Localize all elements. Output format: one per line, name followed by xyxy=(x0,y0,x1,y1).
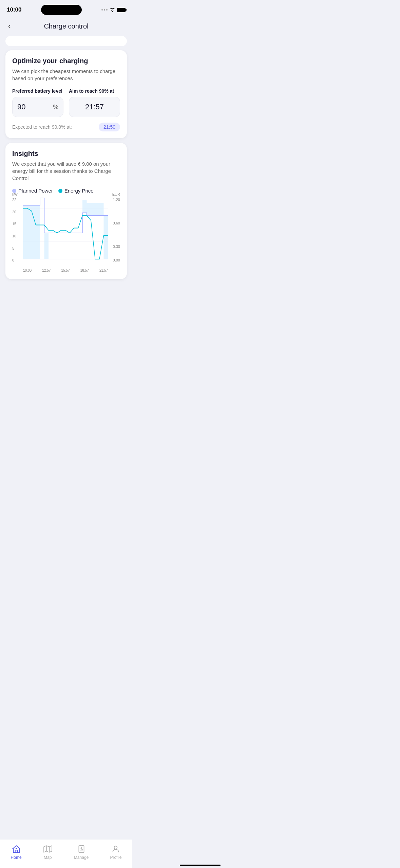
battery-level-label: Preferred battery level xyxy=(12,88,63,94)
energy-label: Energy Price xyxy=(64,188,94,194)
insights-title: Insights xyxy=(12,150,120,158)
battery-level-group: Preferred battery level 90 % xyxy=(12,88,63,117)
y-labels-right: 1.20 0.60 0.30 0.00 xyxy=(109,198,120,262)
energy-dot xyxy=(58,189,62,193)
wifi-icon xyxy=(109,7,115,12)
legend-planned: Planned Power xyxy=(12,188,53,194)
signal-icon xyxy=(101,9,108,11)
status-icons xyxy=(101,7,126,12)
fields-row: Preferred battery level 90 % Aim to reac… xyxy=(12,88,120,117)
legend-energy: Energy Price xyxy=(58,188,94,194)
expected-row: Expected to reach 90.0% at: 21:50 xyxy=(12,123,120,131)
expected-badge: 21:50 xyxy=(99,123,120,131)
optimize-title: Optimize your charging xyxy=(12,57,120,65)
axis-label-eur: EUR xyxy=(112,192,120,196)
chart-svg-wrapper xyxy=(23,198,108,262)
back-button[interactable]: ‹ xyxy=(7,20,12,32)
status-time: 10:00 xyxy=(7,6,21,13)
battery-unit: % xyxy=(53,104,58,111)
insights-subtitle: We expect that you will save € 9.00 on y… xyxy=(12,160,120,182)
status-bar: 10:00 xyxy=(0,0,132,17)
partial-card xyxy=(5,36,127,46)
insights-card: Insights We expect that you will save € … xyxy=(5,143,127,279)
header: ‹ Charge control xyxy=(0,17,132,36)
optimize-subtitle: We can pick the cheapest moments to char… xyxy=(12,68,120,82)
y-labels-left: 22 20 15 10 5 0 xyxy=(12,198,22,262)
x-labels: 10:00 12:57 15:57 18:57 21:57 xyxy=(23,269,108,272)
notch xyxy=(41,5,82,15)
optimize-card: Optimize your charging We can pick the c… xyxy=(5,50,127,138)
chart-container: kW EUR 22 20 15 10 5 0 1.20 0.60 0.30 0.… xyxy=(12,198,120,272)
aim-label: Aim to reach 90% at xyxy=(69,88,120,94)
expected-text: Expected to reach 90.0% at: xyxy=(12,124,72,130)
chart-legend: Planned Power Energy Price xyxy=(12,188,120,194)
aim-time-group: Aim to reach 90% at 21:57 xyxy=(69,88,120,117)
axis-label-kw: kW xyxy=(12,192,18,196)
svg-marker-6 xyxy=(23,198,108,259)
battery-level-input[interactable]: 90 % xyxy=(12,97,63,117)
battery-value: 90 xyxy=(17,103,25,111)
planned-label: Planned Power xyxy=(18,188,53,194)
battery-icon xyxy=(117,8,126,12)
scroll-area: Optimize your charging We can pick the c… xyxy=(0,36,132,318)
page-title: Charge control xyxy=(44,22,88,30)
aim-time-input[interactable]: 21:57 xyxy=(69,97,120,117)
chart-svg xyxy=(23,198,108,262)
